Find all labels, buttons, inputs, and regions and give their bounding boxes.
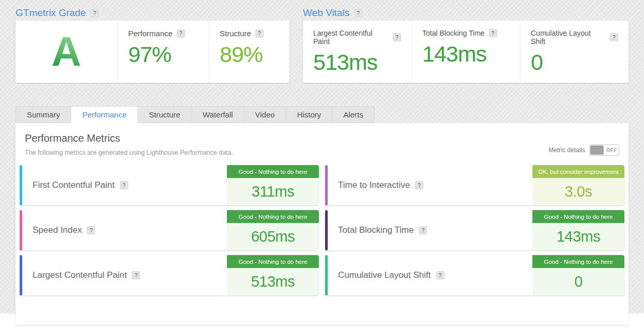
lcp-vital-label: Largest Contentful Paint xyxy=(313,29,389,46)
status-badge: Good - Nothing to do here xyxy=(532,255,624,268)
tab-summary[interactable]: Summary xyxy=(16,106,71,123)
tab-waterfall[interactable]: Waterfall xyxy=(191,106,244,123)
metric-value: 513ms xyxy=(227,268,319,295)
panel-title: Performance Metrics xyxy=(25,132,233,144)
help-icon[interactable]: ? xyxy=(255,29,264,38)
grade-section-header: GTmetrix Grade ? xyxy=(16,5,289,21)
metric-value: 3.0s xyxy=(532,178,624,205)
structure-score-value: 89% xyxy=(220,42,279,67)
metric-result: Good - Nothing to do here 0 xyxy=(532,255,624,295)
help-icon[interactable]: ? xyxy=(87,226,95,234)
metric-accent-bar xyxy=(20,165,22,205)
metric-details-toggle-group: Metric details OFF xyxy=(548,144,619,156)
metric-accent-bar xyxy=(20,255,22,295)
tab-structure[interactable]: Structure xyxy=(137,106,191,123)
structure-score-cell: Structure ? 89% xyxy=(209,21,289,83)
tab-performance[interactable]: Performance xyxy=(71,106,137,123)
performance-score-label: Performance xyxy=(128,29,173,38)
metric-value: 0 xyxy=(532,268,624,295)
panel-header-text: Performance Metrics The following metric… xyxy=(25,132,233,156)
top-dashboard: GTmetrix Grade ? A Performance ? 97% xyxy=(16,5,628,83)
metric-result: Good - Nothing to do here 311ms xyxy=(227,165,319,205)
metric-label: Speed Index xyxy=(33,225,82,235)
help-icon[interactable]: ? xyxy=(354,9,362,17)
help-icon[interactable]: ? xyxy=(120,181,128,189)
cls-vital-value: 0 xyxy=(531,50,618,75)
status-badge: Good - Nothing to do here xyxy=(227,255,319,268)
toggle-state-text: OFF xyxy=(604,147,619,153)
web-vitals-header: Web Vitals ? xyxy=(303,5,628,21)
metric-cards-grid: First Contentful Paint ? Good - Nothing … xyxy=(20,165,624,295)
grade-section-title: GTmetrix Grade xyxy=(16,7,86,19)
metric-result: OK, but consider improvement 3.0s xyxy=(532,165,624,205)
tbt-vital-label: Total Blocking Time xyxy=(422,29,485,37)
metric-card-time-to-interactive: Time to Interactive ? OK, but consider i… xyxy=(325,165,624,205)
cls-vital-cell: Cumulative Layout Shift ? 0 xyxy=(520,21,628,83)
tab-alerts[interactable]: Alerts xyxy=(332,106,374,123)
metric-card-total-blocking-time: Total Blocking Time ? Good - Nothing to … xyxy=(325,210,624,250)
metric-card-first-contentful-paint: First Contentful Paint ? Good - Nothing … xyxy=(20,165,319,205)
grade-card: A Performance ? 97% Structure ? xyxy=(16,21,289,83)
performance-score-value: 97% xyxy=(128,42,198,67)
metric-accent-bar xyxy=(20,210,22,250)
tab-history[interactable]: History xyxy=(286,106,332,123)
help-icon[interactable]: ? xyxy=(393,33,401,41)
web-vitals-title: Web Vitals xyxy=(303,7,349,19)
metric-label: Cumulative Layout Shift xyxy=(338,270,431,280)
metric-value: 311ms xyxy=(227,178,319,205)
tbt-vital-cell: Total Blocking Time ? 143ms xyxy=(411,21,520,83)
status-badge: Good - Nothing to do here xyxy=(227,165,319,178)
metric-value: 143ms xyxy=(532,223,624,250)
toggle-knob xyxy=(590,145,604,155)
lcp-vital-value: 513ms xyxy=(313,50,401,75)
help-icon[interactable]: ? xyxy=(132,271,140,279)
metric-card-largest-contentful-paint: Largest Contentful Paint ? Good - Nothin… xyxy=(20,255,319,295)
metric-details-label: Metric details xyxy=(548,146,585,154)
status-badge: Good - Nothing to do here xyxy=(532,210,624,223)
report-tabbar: Summary Performance Structure Waterfall … xyxy=(16,106,628,123)
status-badge: OK, but consider improvement xyxy=(532,165,624,178)
performance-panel: Performance Metrics The following metric… xyxy=(16,123,628,325)
metric-value: 605ms xyxy=(227,223,319,250)
metric-label: Largest Contentful Paint xyxy=(33,270,127,280)
cls-vital-label: Cumulative Layout Shift xyxy=(531,29,606,46)
tbt-vital-value: 143ms xyxy=(422,41,510,67)
panel-header: Performance Metrics The following metric… xyxy=(20,132,624,156)
metric-result: Good - Nothing to do here 513ms xyxy=(227,255,319,295)
metric-card-cumulative-layout-shift: Cumulative Layout Shift ? Good - Nothing… xyxy=(325,255,624,295)
metric-accent-bar xyxy=(325,255,328,295)
performance-score-cell: Performance ? 97% xyxy=(117,21,209,83)
metric-result: Good - Nothing to do here 143ms xyxy=(532,210,624,250)
metric-label: Time to Interactive xyxy=(338,180,410,190)
tab-video[interactable]: Video xyxy=(244,106,286,123)
metric-accent-bar xyxy=(325,210,328,250)
structure-score-label: Structure xyxy=(220,29,251,38)
metric-result: Good - Nothing to do here 605ms xyxy=(227,210,319,250)
web-vitals-card: Largest Contentful Paint ? 513ms Total B… xyxy=(303,21,628,83)
help-icon[interactable]: ? xyxy=(90,9,99,17)
metric-card-speed-index: Speed Index ? Good - Nothing to do here … xyxy=(20,210,319,250)
status-badge: Good - Nothing to do here xyxy=(227,210,319,223)
grade-letter-cell: A xyxy=(16,21,117,83)
lcp-vital-cell: Largest Contentful Paint ? 513ms xyxy=(303,21,411,83)
help-icon[interactable]: ? xyxy=(489,29,497,37)
panel-subtitle: The following metrics are generated usin… xyxy=(25,149,233,156)
metric-accent-bar xyxy=(325,165,328,205)
grade-section: GTmetrix Grade ? A Performance ? 97% xyxy=(16,5,289,83)
help-icon[interactable]: ? xyxy=(436,271,444,279)
web-vitals-section: Web Vitals ? Largest Contentful Paint ? … xyxy=(303,5,628,83)
help-icon[interactable]: ? xyxy=(177,29,185,38)
metric-label: Total Blocking Time xyxy=(338,225,413,235)
grade-letter: A xyxy=(52,31,82,72)
help-icon[interactable]: ? xyxy=(610,33,618,41)
help-icon[interactable]: ? xyxy=(415,181,423,189)
metric-label: First Contentful Paint xyxy=(33,180,115,190)
gtmetrix-report-page: GTmetrix Grade ? A Performance ? 97% xyxy=(0,0,644,327)
metric-details-toggle[interactable]: OFF xyxy=(589,144,619,156)
help-icon[interactable]: ? xyxy=(419,226,427,234)
